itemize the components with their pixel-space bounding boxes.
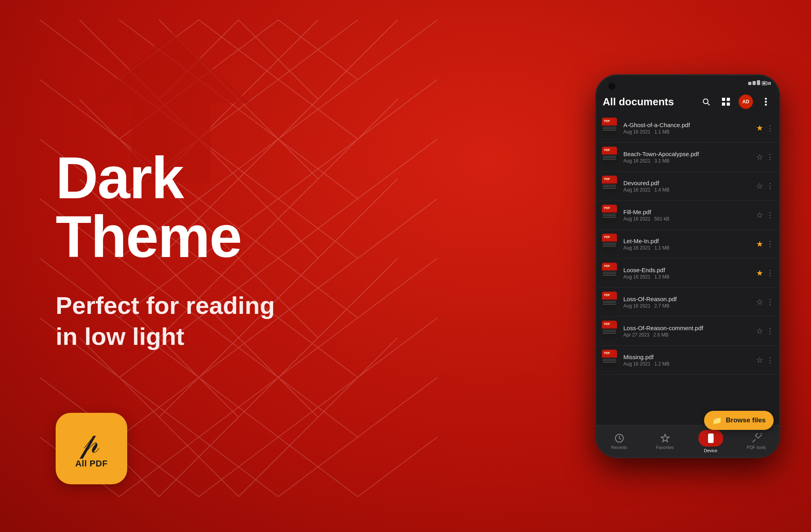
file-icon-5: PDF (602, 263, 619, 283)
file-name-5: Loose-Ends.pdf (623, 267, 752, 273)
star-button-1[interactable]: ☆ (756, 152, 763, 162)
file-actions-2: ☆ ⋮ (756, 181, 774, 191)
nav-label-2: Device (704, 448, 718, 453)
header-icons: AD (699, 95, 773, 109)
star-button-5[interactable]: ★ (756, 268, 763, 278)
star-button-7[interactable]: ☆ (756, 326, 763, 336)
file-item[interactable]: PDF Loss-Of-Reason.pdf Aug 16 2021 2.7 M… (596, 288, 779, 317)
file-name-2: Devoured.pdf (623, 180, 752, 186)
file-item[interactable]: PDF Devoured.pdf Aug 16 2021 1.4 MB ☆ ⋮ (596, 172, 779, 201)
more-button-0[interactable]: ⋮ (766, 124, 774, 132)
nav-icon-bg-3 (751, 433, 762, 443)
svg-rect-11 (722, 98, 725, 101)
file-name-0: A-Ghost-of-a-Chance.pdf (623, 122, 752, 128)
star-button-6[interactable]: ☆ (756, 297, 763, 307)
file-actions-1: ☆ ⋮ (756, 152, 774, 162)
svg-point-16 (765, 101, 767, 103)
file-item[interactable]: PDF Fill-Me.pdf Aug 16 2021 581 kB ☆ ⋮ (596, 201, 779, 230)
file-actions-8: ☆ ⋮ (756, 355, 774, 365)
nav-item-favorites[interactable]: Favorites (642, 433, 688, 450)
file-info-2: Devoured.pdf Aug 16 2021 1.4 MB (623, 180, 752, 193)
more-button-1[interactable]: ⋮ (766, 153, 774, 161)
more-button-8[interactable]: ⋮ (766, 356, 774, 364)
nav-icon-bg-2 (698, 430, 723, 447)
svg-rect-23 (755, 433, 762, 438)
nav-label-3: PDF tools (747, 445, 766, 450)
file-name-6: Loss-Of-Reason.pdf (623, 296, 752, 302)
star-button-8[interactable]: ☆ (756, 355, 763, 365)
nav-icon-bg-0 (614, 433, 625, 443)
file-meta-5: Aug 16 2021 1.3 MB (623, 274, 752, 280)
file-item[interactable]: PDF Let-Me-In.pdf Aug 16 2021 1.1 MB ★ ⋮ (596, 230, 779, 259)
browse-files-button[interactable]: 📁 Browse files (704, 411, 774, 430)
file-info-8: Missing.pdf Aug 16 2021 1.2 MB (623, 354, 752, 367)
file-icon-3: PDF (602, 205, 619, 225)
file-item[interactable]: PDF Missing.pdf Aug 16 2021 1.2 MB ☆ ⋮ (596, 346, 779, 375)
browse-files-label: Browse files (726, 416, 766, 424)
nav-icon-bg-1 (660, 433, 670, 443)
file-meta-2: Aug 16 2021 1.4 MB (623, 187, 752, 193)
file-icon-1: PDF (602, 147, 619, 167)
nav-label-0: Recents (611, 445, 627, 450)
main-title: Dark Theme (56, 149, 334, 266)
file-info-3: Fill-Me.pdf Aug 16 2021 581 kB (623, 209, 752, 222)
svg-rect-1 (748, 82, 751, 85)
file-icon-0: PDF (602, 118, 619, 138)
file-item[interactable]: PDF A-Ghost-of-a-Chance.pdf Aug 16 2021 … (596, 114, 779, 143)
star-button-3[interactable]: ☆ (756, 210, 763, 220)
more-button-6[interactable]: ⋮ (766, 298, 774, 306)
file-actions-7: ☆ ⋮ (756, 326, 774, 336)
svg-line-10 (708, 103, 710, 105)
app-header-title: All documents (603, 96, 674, 108)
more-button[interactable] (759, 95, 773, 109)
more-button-7[interactable]: ⋮ (766, 327, 774, 335)
file-info-4: Let-Me-In.pdf Aug 16 2021 1.1 MB (623, 238, 752, 251)
nav-item-device[interactable]: Device (688, 430, 733, 453)
file-info-6: Loss-Of-Reason.pdf Aug 16 2021 2.7 MB (623, 296, 752, 309)
phone-camera (608, 83, 615, 90)
svg-rect-6 (768, 82, 768, 85)
file-actions-4: ★ ⋮ (756, 239, 774, 249)
file-list: PDF A-Ghost-of-a-Chance.pdf Aug 16 2021 … (596, 114, 779, 375)
svg-rect-12 (727, 98, 730, 101)
nav-label-1: Favorites (656, 445, 674, 450)
star-button-0[interactable]: ★ (756, 123, 763, 133)
phone-screen: All documents (596, 75, 779, 457)
file-actions-3: ☆ ⋮ (756, 210, 774, 220)
app-logo: 𝓅 All PDF (56, 413, 127, 484)
subtitle: Perfect for readingin low light (56, 290, 334, 352)
file-item[interactable]: PDF Loss-Of-Reason-comment.pdf Apr 27 20… (596, 317, 779, 346)
search-button[interactable] (699, 95, 713, 109)
svg-rect-13 (722, 103, 725, 106)
more-button-4[interactable]: ⋮ (766, 240, 774, 248)
nav-item-pdf tools[interactable]: PDF tools (733, 433, 779, 450)
more-button-3[interactable]: ⋮ (766, 211, 774, 219)
star-button-4[interactable]: ★ (756, 239, 763, 249)
file-info-1: Beach-Town-Apocalypse.pdf Aug 16 2021 3.… (623, 151, 752, 164)
file-name-4: Let-Me-In.pdf (623, 238, 752, 244)
grid-button[interactable] (719, 95, 733, 109)
svg-point-17 (765, 104, 767, 106)
nav-item-recents[interactable]: Recents (596, 433, 642, 450)
file-icon-2: PDF (602, 176, 619, 196)
file-meta-8: Aug 16 2021 1.2 MB (623, 361, 752, 367)
more-button-5[interactable]: ⋮ (766, 269, 774, 277)
file-name-8: Missing.pdf (623, 354, 752, 360)
phone-container: All documents (596, 12, 787, 520)
file-item[interactable]: PDF Beach-Town-Apocalypse.pdf Aug 16 202… (596, 143, 779, 172)
folder-icon: 📁 (712, 416, 722, 425)
file-info-7: Loss-Of-Reason-comment.pdf Apr 27 2023 2… (623, 325, 752, 338)
file-icon-7: PDF (602, 321, 619, 341)
file-info-5: Loose-Ends.pdf Aug 16 2021 1.3 MB (623, 267, 752, 280)
file-icon-6: PDF (602, 292, 619, 312)
file-item[interactable]: PDF Loose-Ends.pdf Aug 16 2021 1.3 MB ★ … (596, 259, 779, 288)
user-avatar[interactable]: AD (739, 95, 753, 109)
svg-rect-5 (763, 82, 766, 84)
star-button-2[interactable]: ☆ (756, 181, 763, 191)
logo-icon: 𝓅 (84, 428, 99, 457)
more-button-2[interactable]: ⋮ (766, 182, 774, 190)
logo-label: All PDF (75, 458, 108, 469)
status-bar (596, 75, 779, 91)
svg-point-15 (765, 98, 767, 100)
bottom-nav: Recents Favorites Device PDF tools (596, 425, 779, 457)
